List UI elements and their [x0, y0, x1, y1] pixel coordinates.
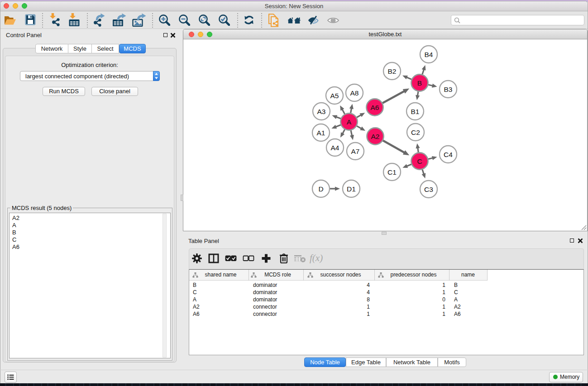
svg-text:A1: A1: [317, 129, 325, 137]
svg-text:A3: A3: [317, 108, 326, 115]
svg-text:B3: B3: [444, 86, 453, 93]
svg-text:D1: D1: [347, 185, 356, 193]
svg-text:A2: A2: [371, 133, 380, 140]
svg-text:B4: B4: [425, 51, 433, 58]
svg-text:B2: B2: [388, 67, 397, 75]
svg-text:A: A: [347, 118, 352, 126]
svg-text:A4: A4: [331, 144, 339, 152]
svg-text:B1: B1: [411, 108, 420, 115]
svg-text:A8: A8: [350, 89, 359, 97]
svg-text:C4: C4: [444, 151, 453, 158]
svg-text:B: B: [417, 79, 422, 87]
svg-text:C: C: [417, 157, 422, 165]
svg-text:C1: C1: [387, 168, 397, 176]
svg-text:C3: C3: [424, 186, 433, 193]
svg-text:A6: A6: [371, 104, 379, 111]
svg-text:D: D: [318, 185, 323, 193]
svg-text:A7: A7: [351, 148, 360, 155]
svg-text:A5: A5: [330, 92, 339, 100]
svg-text:C2: C2: [411, 129, 420, 136]
